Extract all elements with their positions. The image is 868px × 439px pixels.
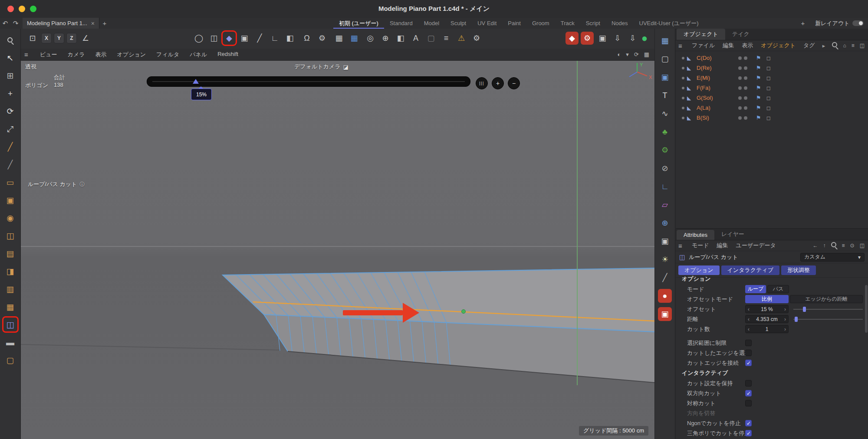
panel-tab[interactable]: レイヤー (714, 229, 751, 240)
light-icon[interactable]: ☀ (658, 252, 672, 266)
render-camera-icon[interactable]: ▣ (658, 307, 672, 321)
interactive-render-sphere-icon[interactable]: ● (638, 32, 651, 45)
modeling-circle-icon[interactable]: ◯ (192, 32, 205, 45)
back-icon[interactable]: ← (813, 242, 818, 249)
display-toggle-icon[interactable]: ◻ (766, 85, 771, 91)
visibility-dots[interactable] (738, 116, 747, 120)
spline-pen-icon[interactable]: ╱ (253, 32, 266, 45)
environment-globe-icon[interactable]: ⊕ (658, 216, 672, 230)
object-row[interactable]: ◣ G(Sol) ⚑ ◻ (676, 93, 868, 103)
array-model-icon[interactable]: ▦ (3, 300, 17, 314)
move-tool-icon[interactable]: + (3, 86, 17, 100)
object-row[interactable]: ◣ A(La) ⚑ ◻ (676, 103, 868, 113)
x-axis-lock-button[interactable]: X (41, 33, 52, 43)
edge-distance-mode-button[interactable]: エッジからの距離 (790, 295, 863, 303)
rotate-tool-icon[interactable]: ⟳ (3, 104, 17, 118)
attribute-manager-menu-icon[interactable]: ≡ (678, 242, 688, 249)
offset-stepper[interactable]: ‹ 15 % › (745, 305, 789, 313)
hud-segments-button[interactable]: ||| (476, 77, 488, 89)
coordinate-system-icon[interactable]: ∠ (79, 32, 92, 45)
filter-lines-icon[interactable]: ≡ (440, 32, 453, 45)
display-toggle-icon[interactable]: ◻ (766, 95, 771, 101)
viewport-menu-item[interactable]: 表示 (90, 51, 112, 59)
popout-icon[interactable]: ◫ (860, 242, 865, 249)
cylinder-model-icon[interactable]: ◫ (3, 229, 17, 242)
slider-knob[interactable] (803, 307, 806, 312)
section-header-interactive[interactable]: インタラクティブ (676, 368, 868, 378)
home-icon[interactable]: ⌂ (843, 43, 846, 49)
menu-overflow-icon[interactable]: ▸ (819, 43, 829, 49)
layout-panel-icon[interactable]: ▦ (658, 34, 672, 48)
offset-hud-slider[interactable] (147, 76, 470, 87)
checkbox[interactable] (745, 420, 752, 426)
offset-slider[interactable] (793, 305, 863, 313)
scale-tool-icon[interactable]: ⤢ (3, 122, 17, 136)
filter-list-icon[interactable]: ≡ (852, 43, 855, 49)
magnify-icon[interactable] (3, 33, 17, 47)
viewport-menu-item[interactable]: フィルタ (151, 51, 184, 59)
save-project-icon[interactable]: ⇩ (626, 32, 639, 45)
object-row[interactable]: ◣ F(Fa) ⚑ ◻ (676, 83, 868, 93)
layout-tab[interactable]: Model (418, 18, 445, 29)
menu-item[interactable]: 編集 (719, 42, 738, 49)
offset-slider-marker[interactable] (193, 79, 199, 84)
step-left-icon[interactable]: ‹ (748, 326, 750, 332)
info-icon[interactable]: ⓘ (79, 181, 85, 188)
quantize-grid-icon[interactable]: ▦ (348, 32, 361, 45)
checkbox[interactable] (745, 390, 752, 396)
deformer-icon[interactable]: ▱ (658, 198, 672, 212)
tube-model-icon[interactable]: ▥ (3, 282, 17, 296)
checkbox[interactable] (745, 350, 752, 356)
document-tab[interactable]: Modeling Piano Part 1... × (23, 18, 99, 29)
cut-center-handle[interactable] (462, 310, 466, 314)
visibility-dots[interactable] (738, 106, 747, 110)
display-cube-icon[interactable]: ◧ (394, 32, 407, 45)
object-row[interactable]: ◣ D(Re) ⚑ ◻ (676, 63, 868, 73)
sphere-model-icon[interactable]: ◉ (3, 211, 17, 225)
snap-magnet-icon[interactable]: Ω (300, 32, 313, 45)
visibility-dots[interactable] (738, 86, 747, 90)
lock-icon[interactable]: ⊙ (850, 242, 855, 249)
section-header-options[interactable]: オプション (676, 274, 868, 284)
display-toggle-icon[interactable]: ◻ (766, 115, 771, 121)
visibility-dots[interactable] (738, 66, 747, 70)
y-axis-lock-button[interactable]: Y (54, 33, 64, 43)
close-window-button[interactable] (7, 6, 14, 12)
layout-tab[interactable]: UV Edit (472, 18, 502, 29)
camera-icon[interactable]: ▣ (658, 234, 672, 248)
layout-tab[interactable]: Track (555, 18, 580, 29)
display-toggle-icon[interactable]: ◻ (766, 66, 771, 71)
selection-frame-icon[interactable]: ⊡ (26, 32, 39, 45)
shading-sphere-icon[interactable]: ◐ (617, 51, 621, 58)
spline-wave-icon[interactable]: ∿ (658, 107, 672, 121)
distance-slider[interactable] (793, 315, 863, 323)
refresh-icon[interactable]: ⟳ (634, 51, 639, 58)
search-icon[interactable] (832, 42, 838, 49)
viewport-menu-item[interactable]: Redshift (212, 51, 243, 59)
redo-icon[interactable]: ↷ (10, 20, 21, 27)
object-name[interactable]: E(Mi) (697, 75, 734, 81)
object-name[interactable]: B(Si) (697, 115, 734, 121)
grid-toggle-icon[interactable]: ▦ (644, 51, 649, 58)
panel-tab[interactable]: オブジェクト (677, 29, 725, 40)
options-gear-icon[interactable]: ⚙ (470, 32, 483, 45)
layout-tab[interactable]: Standard (384, 18, 418, 29)
step-right-icon[interactable]: › (784, 316, 786, 322)
viewport-menu-item[interactable]: オプション (112, 51, 151, 59)
viewport-menu-item[interactable]: ビュー (35, 51, 62, 59)
menu-item[interactable]: ユーザーデータ (732, 242, 780, 249)
layout-tab[interactable]: 初期 (ユーザー) (333, 18, 384, 29)
viewport-menu-icon[interactable]: ≡ (24, 51, 35, 58)
display-toggle-icon[interactable]: ◻ (766, 105, 771, 111)
step-left-icon[interactable]: ‹ (748, 316, 750, 322)
layout-tab[interactable]: Sculpt (445, 18, 472, 29)
layout-tab[interactable]: Nodes (606, 18, 634, 29)
layer-flag-icon[interactable]: ⚑ (756, 75, 761, 81)
cut-count-stepper[interactable]: ‹ 1 › (745, 325, 789, 333)
checkbox[interactable] (745, 380, 752, 387)
rectangle-spline-icon[interactable]: ▭ (3, 175, 17, 189)
zoom-window-button[interactable] (30, 6, 36, 12)
viewport-menu-item[interactable]: カメラ (62, 51, 90, 59)
layer-flag-icon[interactable]: ⚑ (756, 85, 761, 91)
up-icon[interactable]: ↑ (823, 242, 826, 249)
